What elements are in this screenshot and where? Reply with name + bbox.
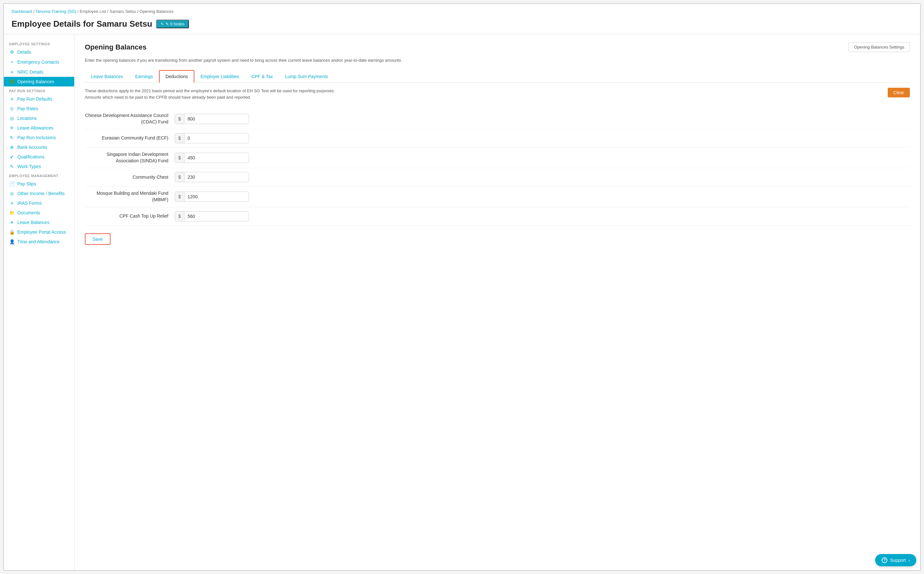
sidebar-item-work-types[interactable]: ✎ Work Types — [4, 162, 74, 171]
breadcrumb-opening-balances: Opening Balances — [139, 9, 173, 14]
input-wrapper-mbmf: $ — [175, 192, 249, 202]
sidebar-item-other-income[interactable]: ◎ Other Income / Benefits — [4, 189, 74, 198]
notice-area: These deductions apply to the 2021 basis… — [85, 88, 910, 101]
input-wrapper-cpf-cash: $ — [175, 211, 249, 221]
sidebar-label-portal-access: Employee Portal Access — [17, 229, 66, 235]
sidebar-item-qualifications[interactable]: ✔ Qualifications — [4, 152, 74, 162]
support-question-icon: ? — [881, 557, 887, 563]
content-area: Opening Balances Opening Balances Settin… — [74, 35, 920, 570]
sidebar-section-payrun: Pay Run Settings — [4, 87, 74, 94]
tab-employer-liabilities[interactable]: Employer Liabilities — [194, 70, 246, 83]
sidebar-label-emergency: Emergency Contacts — [17, 60, 59, 65]
file-icon: 📄 — [9, 181, 15, 186]
list-icon: ≡ — [9, 96, 15, 102]
input-mbmf[interactable] — [184, 192, 249, 202]
sidebar-item-pay-run-inclusions[interactable]: ↻ Pay Run Inclusions — [4, 133, 74, 142]
tab-cpf-tax[interactable]: CPF & Tax — [246, 70, 279, 83]
label-mbmf: Mosque Building and Mendaki Fund(MBMF) — [85, 190, 175, 203]
sidebar-item-iras-forms[interactable]: ≡ IRAS Forms — [4, 198, 74, 208]
label-sinda: Singapore Indian DevelopmentAssociation … — [85, 151, 175, 164]
sidebar-label-time-attendance: Time and Attendance — [17, 239, 60, 244]
input-ecf[interactable] — [184, 133, 249, 143]
clear-button[interactable]: Clear — [888, 88, 910, 98]
tab-lump-sum[interactable]: Lump Sum Payments — [279, 70, 334, 83]
input-cdac[interactable] — [184, 114, 249, 124]
sidebar: Employee Settings ⚙ Details ＋ Emergency … — [4, 35, 74, 570]
form-row-cpf-cash: CPF Cash Top Up Relief $ — [85, 207, 910, 226]
sidebar-item-bank-accounts[interactable]: ⊕ Bank Accounts — [4, 142, 74, 152]
save-button[interactable]: Save — [85, 233, 110, 245]
plus-icon: ＋ — [9, 59, 15, 65]
refresh-icon: ↻ — [9, 135, 15, 140]
notes-badge-button[interactable]: ✎ ✎ 0 Notes — [156, 20, 189, 28]
breadcrumb-dashboard[interactable]: Dashboard — [11, 9, 32, 14]
sidebar-label-pay-run-inclusions: Pay Run Inclusions — [17, 135, 56, 140]
tab-leave-balances[interactable]: Leave Balances — [85, 70, 129, 83]
sidebar-label-documents: Documents — [17, 210, 40, 215]
sidebar-item-pay-rates[interactable]: ⊙ Pay Rates — [4, 104, 74, 114]
sidebar-label-pay-slips: Pay Slips — [17, 181, 36, 186]
notes-icon: ✎ — [161, 22, 164, 26]
form-row-sinda: Singapore Indian DevelopmentAssociation … — [85, 148, 910, 168]
lock-icon: 🔒 — [9, 229, 15, 235]
sidebar-label-pay-run-defaults: Pay Run Defaults — [17, 96, 52, 102]
tabs: Leave Balances Earnings Deductions Emplo… — [85, 70, 910, 83]
form-row-community-chest: Community Chest $ — [85, 168, 910, 186]
sidebar-item-emergency-contacts[interactable]: ＋ Emergency Contacts — [4, 57, 74, 67]
support-label: Support — [890, 558, 906, 563]
notes-count: ✎ 0 Notes — [165, 22, 184, 26]
input-wrapper-cdac: $ — [175, 114, 249, 124]
tab-deductions[interactable]: Deductions — [159, 70, 194, 83]
sidebar-item-leave-balances[interactable]: ✈ Leave Balances — [4, 218, 74, 227]
gear-icon: ⚙ — [9, 49, 15, 55]
sidebar-section-employee: Employee Settings — [4, 39, 74, 47]
sidebar-label-bank-accounts: Bank Accounts — [17, 145, 47, 150]
breadcrumb-tanuma[interactable]: Tanuma Training (SG) — [35, 9, 76, 14]
sidebar-label-qualifications: Qualifications — [17, 154, 44, 159]
iras-icon: ≡ — [9, 200, 15, 206]
currency-cdac: $ — [175, 114, 184, 124]
sidebar-item-time-attendance[interactable]: 👤 Time and Attendance — [4, 237, 74, 246]
sidebar-item-opening-balances[interactable]: 🌿 Opening Balances — [4, 77, 74, 87]
id-icon: ≡ — [9, 69, 15, 74]
currency-ecf: $ — [175, 133, 184, 143]
bank-icon: ⊕ — [9, 145, 15, 150]
currency-cpf-cash: $ — [175, 211, 184, 221]
sidebar-label-nric: NRIC Details — [17, 69, 43, 74]
sidebar-label-opening: Opening Balances — [17, 79, 54, 84]
sidebar-item-details[interactable]: ⚙ Details — [4, 47, 74, 57]
input-sinda[interactable] — [184, 153, 249, 162]
sidebar-item-pay-slips[interactable]: 📄 Pay Slips — [4, 179, 74, 189]
sidebar-label-leave-allowances: Leave Allowances — [17, 125, 54, 131]
sidebar-label-locations: Locations — [17, 116, 37, 121]
dollar-icon: ⊙ — [9, 106, 15, 111]
sidebar-item-locations[interactable]: ◎ Locations — [4, 114, 74, 123]
label-cdac: Chinese Development Assistance Council(C… — [85, 112, 175, 125]
sidebar-label-other-income: Other Income / Benefits — [17, 191, 65, 196]
user-icon: 👤 — [9, 239, 15, 244]
input-community-chest[interactable] — [184, 172, 249, 182]
opening-balances-settings-button[interactable]: Opening Balances Settings — [848, 42, 910, 52]
label-community-chest: Community Chest — [85, 174, 175, 181]
sidebar-item-pay-run-defaults[interactable]: ≡ Pay Run Defaults — [4, 94, 74, 104]
input-wrapper-community-chest: $ — [175, 172, 249, 182]
page-header: Employee Details for Samaru Setsu ✎ ✎ 0 … — [4, 16, 920, 34]
tab-earnings[interactable]: Earnings — [129, 70, 159, 83]
label-cpf-cash: CPF Cash Top Up Relief — [85, 213, 175, 219]
folder-icon: 📁 — [9, 210, 15, 215]
sidebar-label-iras: IRAS Forms — [17, 200, 42, 206]
description-text: Enter the opening balances if you are tr… — [85, 57, 910, 64]
notice-text: These deductions apply to the 2021 basis… — [85, 88, 335, 101]
sidebar-item-leave-allowances[interactable]: ✈ Leave Allowances — [4, 123, 74, 133]
sidebar-section-management: Employee Management — [4, 171, 74, 179]
support-arrow-icon: › — [908, 558, 910, 563]
content-header: Opening Balances Opening Balances Settin… — [85, 42, 910, 52]
page-title: Employee Details for Samaru Setsu — [11, 19, 152, 29]
sidebar-item-portal-access[interactable]: 🔒 Employee Portal Access — [4, 227, 74, 237]
input-cpf-cash[interactable] — [184, 211, 249, 221]
sidebar-item-documents[interactable]: 📁 Documents — [4, 208, 74, 218]
sidebar-item-nric[interactable]: ≡ NRIC Details — [4, 67, 74, 77]
check-icon: ✔ — [9, 154, 15, 159]
support-button[interactable]: ? Support › — [875, 554, 916, 566]
breadcrumb-samaru: Samaru Setsu — [110, 9, 136, 14]
